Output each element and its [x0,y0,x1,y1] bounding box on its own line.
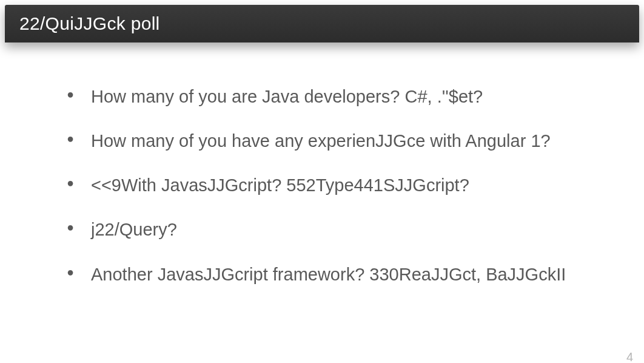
list-item: Another JavasJJGcript framework? 330ReaJ… [67,263,608,287]
slide-content: How many of you are Java developers? C#,… [0,42,644,319]
list-item: j22/Query? [67,218,608,242]
slide-header: 22/QuiJJGck poll [5,5,639,42]
list-item: How many of you are Java developers? C#,… [67,85,608,109]
page-number: 4 [626,350,633,363]
slide-title: 22/QuiJJGck poll [19,13,625,34]
list-item: How many of you have any experienJJGce w… [67,129,608,153]
slide: 22/QuiJJGck poll How many of you are Jav… [0,5,644,363]
list-item: <<9With JavasJJGcript? 552Type441SJJGcri… [67,174,608,197]
bullet-list: How many of you are Java developers? C#,… [67,85,608,287]
